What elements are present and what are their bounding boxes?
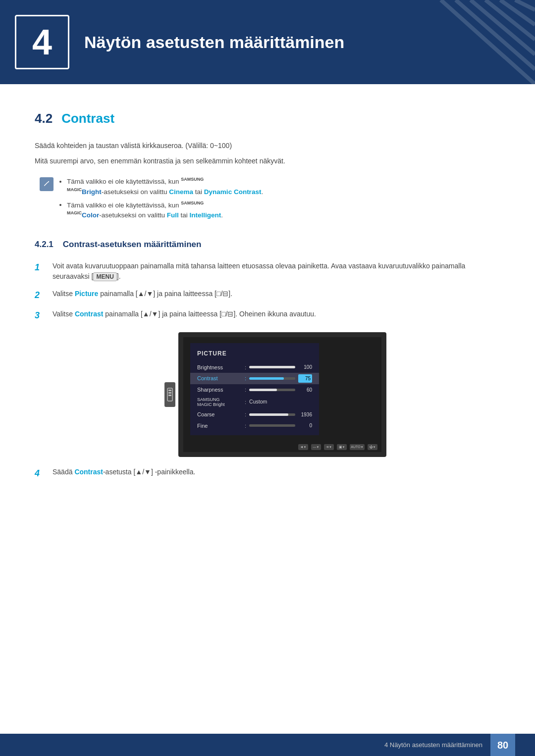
svg-rect-8 [168, 392, 171, 394]
menu-row-sharpness: Sharpness : 60 [190, 384, 319, 396]
menu-row-magic-bright: SAMSUNGMAGIC Bright : Custom [190, 396, 319, 409]
monitor-controls: ◄▼ —▼ ➜▼ ▣▼ AUTO▼ ⏻▼ [183, 441, 381, 452]
monitor-screen: PICTURE Brightness : 100 [178, 332, 386, 457]
footer-page: 80 [490, 734, 515, 756]
sharpness-bar-container: 60 [249, 386, 312, 394]
brightness-bar-container: 100 [249, 363, 312, 371]
menu-row-contrast: Contrast : 75 [190, 373, 319, 384]
menu-row-coarse: Coarse : 1936 [190, 409, 319, 420]
fine-bar-container: 0 [249, 422, 312, 429]
ctrl-auto: AUTO▼ [350, 444, 365, 450]
note-box: Tämä valikko ei ole käytettävissä, kun S… [35, 176, 500, 223]
contrast-bar-container: 75 [249, 374, 312, 383]
ctrl-menu: ▣▼ [337, 444, 347, 450]
contrast-label-step4: Contrast [74, 468, 103, 476]
picture-label: Picture [75, 290, 98, 298]
chapter-title: Näytön asetusten määrittäminen [84, 30, 344, 55]
note-item-1: Tämä valikko ei ole käytettävissä, kun S… [67, 176, 263, 197]
menu-key: MENU [93, 272, 116, 281]
cinema-label: Cinema [169, 188, 193, 195]
coarse-fill [249, 413, 288, 416]
footer-text: 4 Näytön asetusten määrittäminen [384, 740, 482, 750]
fine-value: 0 [298, 422, 312, 429]
monitor-container: PICTURE Brightness : 100 [64, 332, 500, 457]
step-4: 4 Säädä Contrast-asetusta [▲/▼] -painikk… [35, 467, 500, 480]
note-icon [40, 177, 54, 191]
magic-bright-value: Custom [249, 398, 267, 406]
ctrl-minus: —▼ [311, 444, 321, 450]
step-num-2: 2 [35, 289, 45, 302]
step-num-1: 1 [35, 261, 45, 282]
fine-track [249, 424, 295, 427]
full-label: Full [167, 211, 179, 219]
sharpness-track [249, 389, 295, 391]
footer: 4 Näytön asetusten määrittäminen 80 [0, 734, 535, 756]
bright-label: Bright [82, 188, 102, 195]
main-content: 4.2 Contrast Säädä kohteiden ja taustan … [0, 109, 535, 480]
menu-row-brightness: Brightness : 100 [190, 362, 319, 373]
brightness-track [249, 366, 295, 368]
note-item-2: Tämä valikko ei ole käytettävissä, kun S… [67, 200, 263, 221]
section-heading: Contrast [61, 109, 114, 128]
step-num-4: 4 [35, 467, 45, 480]
ctrl-enter: ➜▼ [324, 444, 334, 450]
contrast-track [249, 377, 295, 380]
menu-panel: PICTURE Brightness : 100 [190, 343, 319, 436]
coarse-bar-container: 1936 [249, 411, 312, 418]
step-num-3: 3 [35, 309, 45, 322]
svg-line-2 [471, 0, 535, 54]
section-desc2: Mitä suurempi arvo, sen enemmän kontrast… [35, 156, 500, 166]
ctrl-left: ◄▼ [298, 444, 308, 450]
brightness-value: 100 [298, 363, 312, 371]
step-1: 1 Voit avata kuvaruutuoppaan painamalla … [35, 261, 500, 282]
monitor-icon [166, 387, 173, 402]
brightness-label: Brightness [197, 363, 242, 372]
monitor-wrapper: PICTURE Brightness : 100 [178, 332, 386, 457]
magic-bright-label: SAMSUNGMAGIC Bright [197, 397, 242, 408]
contrast-label-step3: Contrast [75, 310, 104, 318]
section-number: 4.2 [35, 109, 53, 128]
subsection-heading: Contrast-asetuksen määrittäminen [63, 240, 202, 249]
coarse-label: Coarse [197, 410, 242, 419]
sharpness-value: 60 [298, 386, 312, 394]
step-content-3: Valitse Contrast painamalla [▲/▼] ja pai… [53, 309, 500, 322]
svg-rect-9 [168, 395, 171, 396]
dynamic-contrast-label: Dynamic Contrast [204, 188, 262, 195]
sharpness-label: Sharpness [197, 386, 242, 394]
steps-list: 1 Voit avata kuvaruutuoppaan painamalla … [35, 261, 500, 322]
monitor-body: PICTURE Brightness : 100 [183, 337, 381, 442]
section-title: 4.2 Contrast [35, 109, 500, 128]
svg-line-4 [500, 0, 535, 25]
pencil-icon [43, 180, 51, 188]
step-3: 3 Valitse Contrast painamalla [▲/▼] ja p… [35, 309, 500, 322]
subsection-title: 4.2.1 Contrast-asetuksen määrittäminen [35, 238, 500, 251]
chapter-number: 4 [15, 15, 69, 69]
contrast-fill [249, 377, 284, 380]
step-2: 2 Valitse Picture painamalla [▲/▼] ja pa… [35, 289, 500, 302]
menu-title: PICTURE [190, 347, 319, 362]
fine-label: Fine [197, 422, 242, 430]
intelligent-label: Intelligent [190, 211, 221, 219]
coarse-value: 1936 [298, 411, 312, 418]
section-desc1: Säädä kohteiden ja taustan välistä kirkk… [35, 141, 500, 151]
coarse-track [249, 413, 295, 416]
contrast-label-menu: Contrast [197, 374, 242, 383]
brightness-fill [249, 366, 295, 368]
step-content-1: Voit avata kuvaruutuoppaan painamalla mi… [53, 261, 500, 282]
step-content-2: Valitse Picture painamalla [▲/▼] ja pain… [53, 289, 500, 302]
monitor-side-icon [164, 382, 175, 407]
contrast-value: 75 [298, 374, 312, 383]
header-banner: 4 Näytön asetusten määrittäminen [0, 0, 535, 84]
note-list: Tämä valikko ei ole käytettävissä, kun S… [59, 176, 263, 223]
svg-line-5 [515, 0, 535, 10]
svg-rect-7 [168, 390, 171, 391]
color-label: Color [82, 211, 99, 219]
ctrl-power: ⏻▼ [368, 444, 377, 450]
step-content-4: Säädä Contrast-asetusta [▲/▼] -painikkee… [53, 467, 500, 480]
sharpness-fill [249, 389, 277, 391]
subsection-number: 4.2.1 [35, 240, 54, 249]
menu-row-fine: Fine : 0 [190, 420, 319, 432]
header-decoration [426, 0, 535, 84]
